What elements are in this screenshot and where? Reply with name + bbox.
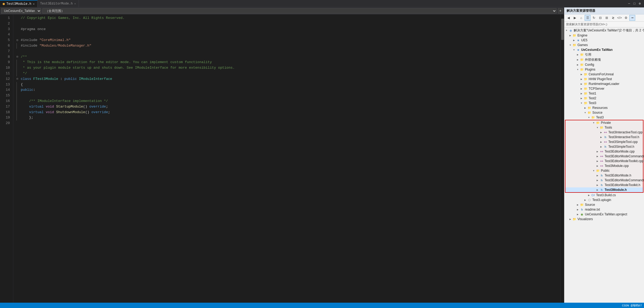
tree-expand-icon[interactable]: ▶ [576, 203, 580, 207]
tree-item-hhw[interactable]: ▶📁HHW PluginTest [564, 77, 644, 81]
tree-expand-icon[interactable]: ▶ [587, 193, 591, 197]
tree-item-readmetxt[interactable]: ▶hreadme.txt [564, 207, 644, 212]
tree-expand-icon[interactable]: ▶ [599, 145, 603, 149]
properties-button[interactable]: ⊞ [604, 15, 610, 21]
tree-item-test3editormodetoolkith[interactable]: ▶hTest3EditorModeToolkit.h [565, 183, 643, 187]
tree-item-test3simplecpp[interactable]: ▶++Test3SimpleTool.cpp [565, 139, 643, 144]
tree-expand-icon[interactable]: ▶ [579, 77, 584, 81]
tree-item-visualizers[interactable]: ▶📁Visualizers [564, 217, 644, 221]
code-editor[interactable]: 1234567891011121314151617181920 // Copyr… [0, 14, 560, 303]
refresh-button[interactable]: ↻ [591, 15, 597, 21]
editor-scrollbar[interactable] [560, 14, 564, 303]
tree-item-source2[interactable]: ▶📁Source [564, 202, 644, 207]
tree-item-test3editormodecommandsh[interactable]: ▶hTest3EditorModeCommands.h [565, 178, 643, 183]
tree-item-test3interactivecpp[interactable]: ▶++Test3InteractiveTool.cpp [565, 130, 643, 135]
tree-item-runtime[interactable]: ▶📁RuntimeImageLoader [564, 81, 644, 86]
tree-expand-icon[interactable]: ▶ [599, 140, 603, 144]
tree-expand-icon[interactable]: ▼ [592, 121, 596, 125]
tree-expand-icon[interactable]: ▶ [595, 154, 600, 158]
tree-item-ue5[interactable]: ▶■UE5 [564, 38, 644, 43]
tree-expand-icon[interactable]: ▼ [583, 110, 587, 115]
tree-expand-icon[interactable]: ▼ [587, 115, 591, 120]
add-file-button[interactable]: + [558, 8, 563, 14]
collapse-button[interactable]: ⊟ [597, 15, 603, 21]
tree-item-test3editormodeh[interactable]: ▶hTest3EditorMode.h [565, 173, 643, 178]
tree-expand-icon[interactable]: ▶ [576, 212, 580, 216]
tree-expand-icon[interactable]: ▶ [572, 38, 576, 42]
tree-item-config[interactable]: ▶📁Config [564, 62, 644, 67]
tree-expand-icon[interactable]: ▶ [568, 217, 572, 221]
tree-expand-icon[interactable]: ▶ [576, 63, 580, 67]
tree-item-engine[interactable]: ▶📁Engine [564, 33, 644, 38]
tree-item-games[interactable]: ▼📁Games [564, 43, 644, 47]
restore-icon[interactable]: □ [632, 2, 637, 6]
tree-item-source[interactable]: ▼📁Source [564, 110, 644, 115]
tree-item-test3modulecpp[interactable]: ▶++Test3Module.cpp [565, 163, 643, 168]
active-button[interactable]: ━ [629, 15, 635, 21]
tree-item-public[interactable]: ▼📁Public [565, 168, 643, 173]
tree-expand-icon[interactable]: ▼ [568, 43, 572, 47]
tree-expand-icon[interactable]: ▼ [576, 67, 580, 72]
tree-item-tools[interactable]: ▼📁Tools [565, 125, 643, 130]
fold-icon[interactable]: ⊟ [17, 55, 20, 59]
tree-item-test1[interactable]: ▶📁Test1 [564, 91, 644, 96]
tree-expand-icon[interactable]: ▶ [595, 164, 600, 168]
code-view-button[interactable]: </> [617, 15, 622, 21]
tree-expand-icon[interactable]: ▶ [579, 82, 584, 86]
tree-expand-icon[interactable]: ▶ [579, 72, 584, 76]
fold-icon[interactable]: ⊟ [17, 38, 20, 43]
tree-item-test3editormodetoolkit[interactable]: ▶++Test3EditorModeToolkit.cpp [565, 159, 643, 163]
tree-expand-icon[interactable]: ▶ [595, 173, 600, 178]
tree-item-plugins[interactable]: ▼📁Plugins [564, 67, 644, 72]
tree-expand-icon[interactable]: ▶ [579, 91, 584, 96]
tree-item-solution[interactable]: ▼◈解决方案"UeCesiumEx TaiWan"(2 个项目，共 2 个) [564, 28, 644, 33]
tree-expand-icon[interactable]: ▶ [583, 198, 587, 202]
code-content[interactable]: // Copyright Epic Games, Inc. All Rights… [13, 14, 560, 303]
tab-close-1[interactable]: ✕ [33, 2, 35, 6]
tree-item-test3[interactable]: ▼📁Test3 [564, 101, 644, 105]
tree-item-test3moduleh[interactable]: ▶hTest3Module.h [565, 187, 643, 192]
tree-expand-icon[interactable]: ▼ [572, 48, 576, 52]
tree-expand-icon[interactable]: ▶ [599, 130, 603, 134]
tree-expand-icon[interactable]: ▶ [583, 106, 587, 110]
scrollbar-thumb[interactable] [561, 19, 564, 40]
tree-expand-icon[interactable]: ▼ [595, 125, 600, 130]
tree-expand-icon[interactable]: ▶ [599, 135, 603, 139]
tree-expand-icon[interactable]: ▼ [592, 169, 596, 173]
tree-item-test3editormodecpp[interactable]: ▶++Test3EditorMode.cpp [565, 149, 643, 154]
tree-item-test3uplugin[interactable]: ▶⬡Test3.uplugin [564, 198, 644, 202]
tree-expand-icon[interactable]: ▼ [564, 28, 569, 33]
settings-icon[interactable]: ⚙ [638, 2, 642, 6]
tree-item-waibu[interactable]: ▶📁外部依赖项 [564, 57, 644, 62]
tree-expand-icon[interactable]: ▶ [579, 87, 584, 91]
tree-item-test3interactiveh[interactable]: ▶hTest3InteractiveTool.h [565, 135, 643, 139]
settings-button2[interactable]: ⚙ [623, 15, 629, 21]
tree-item-uecesiumex[interactable]: ▼■UeCesiumEx TaiWan [564, 47, 644, 52]
tree-expand-icon[interactable]: ▼ [579, 101, 584, 105]
tree-expand-icon[interactable]: ▶ [595, 188, 600, 192]
minimize-icon[interactable]: ─ [627, 2, 631, 6]
tree-expand-icon[interactable]: ▶ [576, 207, 580, 212]
tree-expand-icon[interactable]: ▶ [595, 149, 600, 154]
show-all-button[interactable]: ☰ [585, 15, 590, 21]
tree-expand-icon[interactable]: ▶ [595, 183, 600, 187]
tree-item-uprojectfile[interactable]: ▶◉UeCesiumEx TaiWan.uproject [564, 212, 644, 217]
fold-icon[interactable]: ⊟ [17, 77, 20, 81]
tree-item-test3sub[interactable]: ▼📁Test3 [564, 115, 644, 120]
tree-expand-icon[interactable]: ▶ [595, 159, 600, 163]
tree-expand-icon[interactable]: ▶ [579, 96, 584, 100]
tree-item-test3build[interactable]: ▶C#Test3.Build.cs [564, 193, 644, 198]
tree-expand-icon[interactable]: ▶ [595, 178, 600, 182]
tree-item-private[interactable]: ▼📁Private [565, 120, 643, 125]
tab-close-2[interactable]: ✕ [74, 2, 76, 5]
tree-item-resources[interactable]: ▶📁Resources [564, 105, 644, 110]
scope-selector[interactable]: UeCesiumEx_TaiWan [1, 8, 41, 14]
tree-expand-icon[interactable]: ▶ [576, 58, 580, 62]
range-selector[interactable]: （全局范围） [42, 8, 557, 14]
tree-expand-icon[interactable]: ▶ [568, 33, 572, 38]
forward-button[interactable]: ▶ [572, 15, 578, 21]
tree-expand-icon[interactable]: ▶ [576, 53, 580, 57]
tree-item-test3editormodecmd[interactable]: ▶++Test3EditorModeCommands.cpp [565, 154, 643, 159]
tab-test3editormode[interactable]: Test3EditorMode.h ✕ [38, 0, 79, 7]
tab-test3module[interactable]: Test3Module.h ✕ [0, 0, 38, 7]
